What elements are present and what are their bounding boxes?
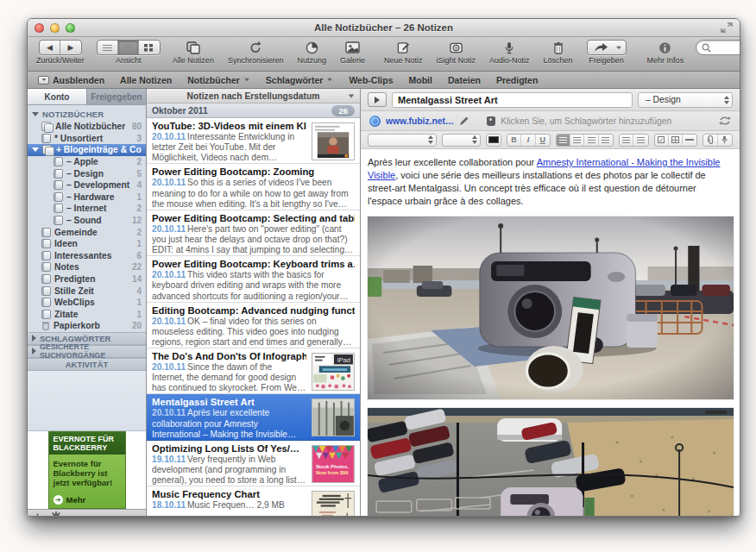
snippet-view-icon[interactable]	[118, 41, 139, 54]
align-center-button[interactable]	[570, 135, 584, 146]
note-row[interactable]: YouTube: 3D-Videos mit einem Klick 20.10…	[147, 118, 360, 164]
hide-shortcuts-button[interactable]: Ausblenden	[38, 75, 104, 85]
disclosure-right-icon[interactable]	[32, 335, 36, 342]
more-info-button[interactable]: Mehr Infos	[647, 40, 684, 65]
font-size-select[interactable]	[442, 134, 480, 147]
sidebar-item-zitate[interactable]: Zitate1	[28, 309, 146, 321]
note-row[interactable]: The Do's And Don'ts Of Infograph… 20.10.…	[147, 348, 360, 394]
sidebar-item-gemeinde[interactable]: Gemeinde2	[28, 226, 146, 238]
sync-button[interactable]: Synchronisieren	[228, 40, 284, 65]
shortcut-tags[interactable]: Schlagwörter	[266, 75, 334, 85]
back-icon[interactable]: ◀	[40, 41, 60, 54]
note-content[interactable]: Après leur excellente collaboration pour…	[361, 149, 740, 516]
sidebar-item-sound[interactable]: – Sound12	[28, 215, 146, 227]
back-forward-control[interactable]: ◀ ▶ Zurück/Weiter	[36, 40, 85, 65]
font-family-select[interactable]	[368, 134, 437, 147]
settings-menu-button[interactable]	[51, 511, 70, 517]
italic-button[interactable]: I	[521, 135, 535, 146]
presentation-button[interactable]	[368, 92, 387, 107]
fullscreen-icon[interactable]	[721, 22, 733, 33]
sidebar-item-interessantes[interactable]: Interessantes6	[28, 250, 146, 262]
ad-body-text: Evernote für Blackberry ist jetzt verfüg…	[54, 459, 113, 487]
tab-konto[interactable]: Konto	[28, 89, 86, 104]
sidebar-item-development[interactable]: – Development4	[28, 179, 146, 191]
note-row-selected[interactable]: Mentalgassi Street Art 20.10.11Après leu…	[147, 394, 360, 440]
thumbnail-view-icon[interactable]	[139, 41, 160, 54]
table-button[interactable]	[669, 135, 683, 146]
sort-order-header[interactable]: Notizen nach Erstellungsdatum	[147, 89, 360, 104]
sidebar-item-notes[interactable]: Notes22	[28, 261, 146, 273]
saved-searches-section-header[interactable]: GESICHERTE SUCHVORGÄNGE	[28, 345, 146, 358]
search-field[interactable]	[696, 40, 740, 55]
view-label: Ansicht	[116, 56, 142, 65]
note-title-input[interactable]	[392, 92, 633, 108]
shortcut-mobile[interactable]: Mobil	[409, 75, 432, 85]
record-audio-button[interactable]	[718, 135, 732, 146]
delete-note-button[interactable]: Löschen	[544, 40, 573, 65]
shortcut-sermons[interactable]: Predigten	[496, 75, 538, 85]
sidebar-item-unsortiert[interactable]: * Unsortiert3	[28, 133, 146, 145]
list-view-icon[interactable]	[98, 41, 118, 54]
shortcut-all-notes[interactable]: Alle Notizen	[120, 75, 172, 85]
disclosure-right-icon[interactable]	[32, 348, 36, 354]
sidebar: Konto Freigegeben NOTIZBÜCHER Alle Notiz…	[28, 89, 147, 516]
note-row[interactable]: Power Editing Bootcamp: Keyboard trims a…	[147, 256, 360, 302]
text-color-button[interactable]	[487, 135, 501, 146]
sidebar-item-ideen[interactable]: Ideen1	[28, 238, 146, 250]
sidebar-item-all-notebooks[interactable]: Alle Notizbücher80	[28, 121, 146, 133]
bulleted-list-button[interactable]	[620, 135, 633, 146]
share-arrow-icon[interactable]	[589, 41, 614, 54]
align-left-button[interactable]	[557, 135, 570, 146]
notebook-select[interactable]: – Design	[638, 92, 733, 108]
view-control[interactable]: Ansicht	[97, 40, 161, 65]
blackberry-ad[interactable]: EVERNOTE FÜR BLACKBERRY Evernote für Bla…	[48, 431, 126, 509]
sidebar-item-design[interactable]: – Design5	[28, 167, 146, 179]
share-button[interactable]: Freigeben	[587, 40, 627, 65]
shortcut-webclips[interactable]: Web-Clips	[349, 75, 393, 85]
rotate-icon[interactable]	[719, 116, 731, 126]
sidebar-item-papierkorb[interactable]: Papierkorb20	[28, 320, 146, 332]
usage-button[interactable]: Nutzung	[297, 40, 326, 65]
isight-note-button[interactable]: iSight Notiz	[437, 40, 476, 65]
disclosure-down-icon[interactable]	[32, 147, 39, 152]
share-caret-icon[interactable]	[614, 41, 624, 54]
all-notes-button[interactable]: Alle Notizen	[173, 40, 214, 65]
sidebar-item-webclips[interactable]: WebClips1	[28, 297, 146, 309]
bold-button[interactable]: B	[507, 135, 521, 146]
notebooks-section-header[interactable]: NOTIZBÜCHER	[28, 108, 146, 121]
sidebar-item-internet[interactable]: – Internet2	[28, 203, 146, 215]
sidebar-item-blogeintraege[interactable]: + Blogeinträge & Co	[28, 144, 146, 156]
tab-freigegeben[interactable]: Freigegeben	[86, 89, 146, 104]
shortcut-files[interactable]: Dateien	[448, 75, 481, 85]
source-url-link[interactable]: www.fubiz.net…	[386, 116, 454, 126]
shortcut-notebooks[interactable]: Notizbücher	[187, 75, 250, 85]
attachment-button[interactable]	[703, 135, 717, 146]
align-justify-button[interactable]	[599, 135, 613, 146]
add-notebook-button[interactable]: +	[35, 511, 41, 517]
forward-icon[interactable]: ▶	[60, 41, 81, 54]
sidebar-item-hardware[interactable]: – Hardware1	[28, 191, 146, 204]
sidebar-item-predigten[interactable]: Predigten14	[28, 273, 146, 285]
sidebar-item-apple[interactable]: – Apple2	[28, 156, 146, 168]
align-right-button[interactable]	[584, 135, 598, 146]
note-row[interactable]: Optimizing Long Lists Of Yes/… 19.10.11V…	[147, 441, 360, 486]
tags-placeholder[interactable]: Klicken Sie, um Schlagwörter hinzuzufüge…	[501, 116, 671, 126]
new-note-button[interactable]: Neue Notiz	[384, 40, 423, 65]
audio-note-button[interactable]: Audio-Notiz	[489, 40, 530, 65]
title-bar[interactable]: Alle Notizbücher – 26 Notizen	[28, 19, 740, 37]
sidebar-item-stille-zeit[interactable]: Stille Zeit4	[28, 285, 146, 297]
notebook-icon	[41, 310, 51, 319]
disclosure-down-icon[interactable]	[32, 112, 39, 116]
checkbox-button[interactable]: ✓	[655, 135, 669, 146]
note-row[interactable]: Power Editing Bootcamp: Zooming 20.10.11…	[147, 164, 360, 210]
note-row[interactable]: Music Frequency Chart 18.10.11Music Freq…	[147, 486, 360, 516]
horizontal-rule-button[interactable]	[683, 135, 696, 146]
ad-more-button[interactable]: ➔ Mehr	[54, 495, 121, 505]
numbered-list-button[interactable]	[633, 135, 647, 146]
search-input[interactable]	[711, 43, 740, 53]
gallery-button[interactable]: Galerie	[340, 40, 365, 65]
edit-pencil-icon[interactable]	[459, 116, 469, 126]
underline-button[interactable]: U	[536, 135, 550, 146]
note-row[interactable]: Power Editing Bootcamp: Selecting and ta…	[147, 210, 360, 256]
note-row[interactable]: Editing Bootcamp: Advanced nudging funct…	[147, 303, 360, 348]
